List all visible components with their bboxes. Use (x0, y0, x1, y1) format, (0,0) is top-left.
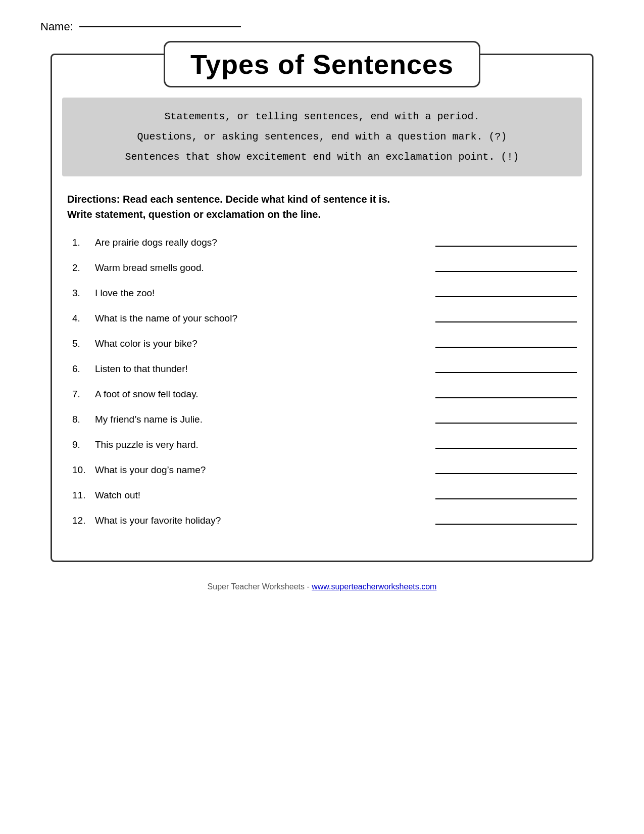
question-number-10: 10. (67, 465, 95, 476)
question-number-2: 2. (67, 262, 95, 273)
question-number-1: 1. (67, 237, 95, 248)
table-row: 11. Watch out! (67, 490, 577, 501)
table-row: 3. I love the zoo! (67, 288, 577, 299)
question-number-5: 5. (67, 338, 95, 349)
question-text-7: A foot of snow fell today. (95, 389, 415, 400)
table-row: 9. This puzzle is very hard. (67, 439, 577, 450)
question-text-10: What is your dog’s name? (95, 465, 415, 476)
title-container: Types of Sentences (52, 41, 592, 87)
table-row: 5. What color is your bike? (67, 338, 577, 349)
question-text-12: What is your favorite holiday? (95, 515, 415, 526)
answer-line-2[interactable] (435, 271, 577, 272)
answer-line-7[interactable] (435, 397, 577, 398)
answer-line-12[interactable] (435, 524, 577, 525)
worksheet-title: Types of Sentences (190, 49, 454, 79)
directions-line1: Directions: Read each sentence. Decide w… (67, 194, 390, 205)
question-number-8: 8. (67, 414, 95, 425)
table-row: 12. What is your favorite holiday? (67, 515, 577, 526)
footer-link[interactable]: www.superteacherworksheets.com (312, 582, 436, 591)
question-text-9: This puzzle is very hard. (95, 439, 415, 450)
title-box: Types of Sentences (164, 41, 480, 87)
info-line-2: Questions, or asking sentences, end with… (77, 127, 567, 147)
questions-section: 1. Are prairie dogs really dogs? 2. Warm… (67, 237, 577, 526)
answer-line-8[interactable] (435, 423, 577, 424)
directions-line2: Write statement, question or exclamation… (67, 209, 321, 220)
question-number-3: 3. (67, 288, 95, 299)
footer-text: Super Teacher Worksheets - (208, 582, 312, 591)
question-number-12: 12. (67, 515, 95, 526)
answer-line-10[interactable] (435, 473, 577, 474)
question-number-11: 11. (67, 490, 95, 501)
table-row: 1. Are prairie dogs really dogs? (67, 237, 577, 248)
question-text-1: Are prairie dogs really dogs? (95, 237, 415, 248)
table-row: 7. A foot of snow fell today. (67, 389, 577, 400)
name-label: Name: (40, 20, 73, 33)
directions-text: Directions: Read each sentence. Decide w… (67, 192, 577, 222)
info-line-3: Sentences that show excitement end with … (77, 147, 567, 167)
table-row: 4. What is the name of your school? (67, 313, 577, 324)
question-text-2: Warm bread smells good. (95, 262, 415, 273)
table-row: 8. My friend’s name is Julie. (67, 414, 577, 425)
question-text-11: Watch out! (95, 490, 415, 501)
answer-line-11[interactable] (435, 498, 577, 499)
main-content-box: Types of Sentences Statements, or tellin… (51, 54, 593, 562)
info-line-1: Statements, or telling sentences, end wi… (77, 107, 567, 127)
question-number-6: 6. (67, 363, 95, 375)
answer-line-1[interactable] (435, 246, 577, 247)
answer-line-4[interactable] (435, 321, 577, 322)
question-text-6: Listen to that thunder! (95, 363, 415, 375)
table-row: 10. What is your dog’s name? (67, 465, 577, 476)
answer-line-9[interactable] (435, 448, 577, 449)
table-row: 6. Listen to that thunder! (67, 363, 577, 375)
info-box: Statements, or telling sentences, end wi… (62, 98, 582, 176)
question-number-7: 7. (67, 389, 95, 400)
answer-line-3[interactable] (435, 296, 577, 297)
footer: Super Teacher Worksheets - www.superteac… (40, 582, 604, 591)
question-text-4: What is the name of your school? (95, 313, 415, 324)
answer-line-5[interactable] (435, 347, 577, 348)
question-text-8: My friend’s name is Julie. (95, 414, 415, 425)
question-number-9: 9. (67, 439, 95, 450)
question-number-4: 4. (67, 313, 95, 324)
question-text-5: What color is your bike? (95, 338, 415, 349)
table-row: 2. Warm bread smells good. (67, 262, 577, 273)
name-field-row: Name: (40, 20, 604, 33)
question-text-3: I love the zoo! (95, 288, 415, 299)
name-underline[interactable] (79, 26, 241, 27)
answer-line-6[interactable] (435, 372, 577, 373)
